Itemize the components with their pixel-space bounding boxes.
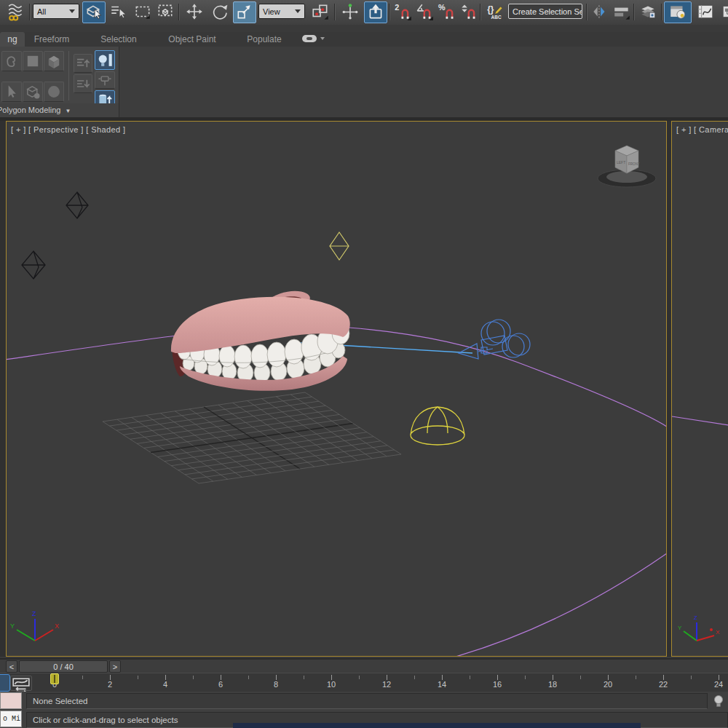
tab-object-paint[interactable]: Object Paint — [163, 32, 221, 47]
toolbar-separator — [334, 4, 335, 20]
polygon-modeling-panel: Polygon Modeling▼ — [0, 47, 119, 117]
edit-named-selection-sets-button[interactable]: {} ABC — [483, 1, 507, 23]
world-axis-tripod: Z Y X — [10, 610, 59, 641]
viewport-area: LEFT FRONT Z Y X [ + ] [ Perspective ] [… — [0, 121, 728, 657]
selection-filter-value: All — [37, 7, 46, 16]
snaps-toggle-button[interactable]: 2 — [392, 1, 413, 23]
next-frame-button[interactable]: > — [109, 660, 121, 673]
svg-text:ABC: ABC — [491, 15, 502, 20]
material-editor-icon — [668, 2, 687, 21]
select-and-rotate-button[interactable] — [207, 1, 232, 23]
named-selection-sets-dropdown[interactable]: Create Selection Se — [508, 4, 582, 19]
soft-selection-button[interactable] — [44, 82, 64, 102]
ruler-tick-major — [497, 675, 498, 680]
mirror-button[interactable] — [589, 1, 610, 23]
maxscript-mini-listener-pink[interactable] — [0, 692, 22, 709]
select-by-name-button[interactable] — [107, 1, 130, 23]
layers-icon — [638, 2, 657, 21]
time-control-row: < 0 / 40 > — [0, 658, 728, 674]
viewcube-left-label[interactable]: LEFT — [617, 160, 625, 165]
perspective-viewport[interactable]: LEFT FRONT Z Y X [ + ] [ Perspective ] [… — [6, 121, 667, 657]
ribbon-tab-bar: ng Freeform Selection Object Paint Popul… — [0, 32, 728, 47]
axis-x-label: X — [55, 622, 59, 630]
selection-filter-dropdown[interactable]: All — [33, 4, 79, 19]
3dsmax-window: All — [0, 0, 728, 728]
keyboard-shortcut-override-button[interactable] — [364, 1, 387, 23]
cut-off-button[interactable] — [0, 674, 10, 692]
bone-octahedron-2[interactable] — [22, 251, 45, 279]
curve-editor-button[interactable] — [693, 1, 717, 23]
rotate-icon — [210, 2, 229, 21]
adaptive-degradation-lightbulb-icon[interactable] — [712, 695, 725, 709]
ruler-tick-major — [663, 675, 664, 680]
select-object-icon — [84, 2, 103, 21]
ribbon-minimize-icon — [301, 32, 325, 45]
toolbar-separator — [633, 4, 634, 20]
select-mode-button[interactable] — [1, 82, 22, 102]
reference-coordinate-system-dropdown[interactable]: View — [258, 4, 305, 19]
ruler-tick-minor — [691, 676, 692, 679]
modifier-stack-down-button[interactable] — [74, 74, 92, 93]
align-button[interactable] — [611, 1, 633, 23]
schematic-view-button[interactable] — [718, 1, 728, 23]
tab-freeform[interactable]: Freeform — [31, 32, 73, 47]
viewcube-front-label[interactable]: FRONT — [628, 162, 640, 166]
align-icon — [612, 2, 631, 21]
perspective-viewport-label[interactable]: [ + ] [ Perspective ] [ Shaded ] — [11, 125, 125, 134]
select-and-move-button[interactable] — [182, 1, 207, 23]
window-crossing-icon — [156, 2, 175, 21]
edit-vertex-mode-button[interactable] — [1, 51, 22, 71]
tab-modeling-partial[interactable]: ng — [0, 32, 25, 47]
pin-icon — [95, 72, 114, 88]
previous-frame-button[interactable]: < — [6, 660, 17, 673]
time-slider[interactable] — [50, 673, 59, 684]
ruler-tick-major — [110, 675, 111, 680]
denture-model[interactable] — [171, 291, 350, 391]
manage-layers-button[interactable] — [636, 1, 660, 23]
spinner-snap-button[interactable] — [458, 1, 479, 23]
use-pivot-point-center-button[interactable] — [308, 1, 333, 23]
edit-element-mode-button[interactable] — [44, 51, 64, 71]
timeline-ruler[interactable]: 024681012141618202224 — [0, 673, 728, 692]
pin-stack-button[interactable] — [95, 71, 115, 89]
ruler-tick-label: 22 — [654, 680, 672, 689]
svg-text:{}: {} — [487, 4, 494, 15]
camera-viewport[interactable]: Z Y X [ + ] [ Camera00 — [671, 121, 728, 657]
select-object-button[interactable] — [82, 1, 106, 23]
material-editor-button[interactable] — [664, 1, 692, 23]
camera-viewport-label[interactable]: [ + ] [ Camera00 — [676, 125, 728, 134]
preview-selection-button[interactable] — [23, 82, 43, 102]
select-and-link-button[interactable] — [4, 1, 28, 23]
ribbon-display-toggle[interactable] — [298, 32, 328, 47]
ruler-tick-minor — [525, 676, 526, 679]
panel-label-polygon-modeling[interactable]: Polygon Modeling▼ — [0, 103, 119, 117]
rectangular-selection-region-button[interactable] — [132, 1, 154, 23]
ruler-tick-minor — [470, 676, 470, 679]
svg-text:%: % — [438, 3, 446, 12]
selection-set-value: Create Selection Se — [513, 7, 582, 16]
modifier-stack-up-button[interactable] — [74, 54, 92, 73]
show-end-result-button[interactable] — [95, 50, 115, 70]
select-and-manipulate-button[interactable] — [338, 1, 363, 23]
skylight-dome[interactable] — [411, 407, 464, 445]
lightbulb-bar-icon — [95, 51, 114, 69]
manipulate-icon — [341, 2, 360, 21]
select-and-scale-button[interactable] — [233, 1, 256, 23]
frame-display[interactable]: 0 / 40 — [19, 660, 108, 673]
stack-down-icon — [74, 75, 92, 92]
window-crossing-toggle-button[interactable] — [154, 1, 176, 23]
tab-selection[interactable]: Selection — [96, 32, 141, 47]
cube-bulb-icon — [23, 82, 42, 101]
edit-face-mode-button[interactable] — [23, 51, 43, 71]
axis-z-label: Z — [694, 614, 697, 621]
keyboard-override-icon — [366, 2, 385, 21]
bone-octahedron-1[interactable] — [66, 192, 88, 218]
angle-snap-button[interactable] — [414, 1, 435, 23]
helper-octahedron-yellow[interactable] — [330, 232, 349, 260]
viewcube[interactable]: LEFT FRONT — [598, 146, 656, 187]
tab-populate[interactable]: Populate — [242, 32, 287, 47]
toolbar-separator — [389, 4, 389, 20]
maxscript-mini-listener-white[interactable]: o Mi — [0, 711, 22, 727]
percent-snap-button[interactable]: % — [436, 1, 458, 23]
track-bar[interactable]: 024681012141618202224 — [0, 673, 728, 692]
